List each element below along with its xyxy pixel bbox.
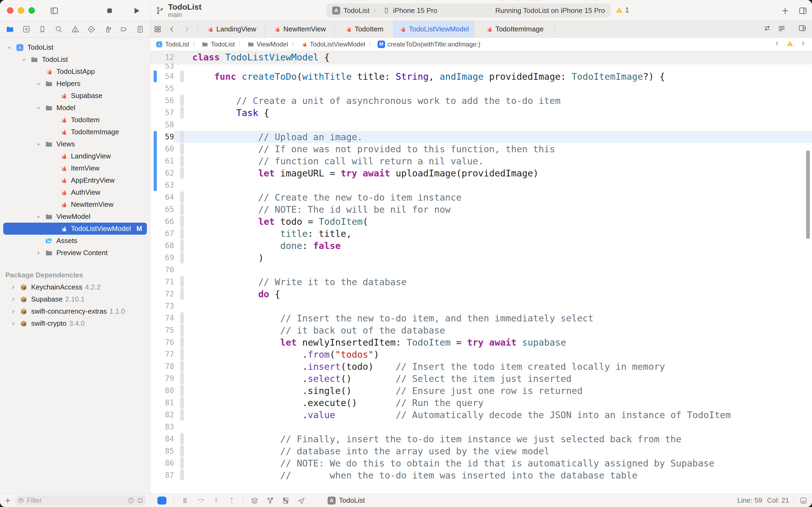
navigator-bookmarks[interactable] (37, 24, 48, 35)
toggle-right-inspector-icon[interactable] (798, 5, 808, 16)
package-item-swift-concurrency-extras[interactable]: swift-concurrency-extras1.1.0 (3, 305, 147, 318)
code-line-73[interactable]: 73 (151, 300, 812, 312)
fold-ribbon[interactable] (174, 95, 190, 107)
fold-ribbon[interactable] (174, 203, 190, 215)
code-line-61[interactable]: 61 // function call will return a nil va… (151, 155, 812, 167)
fold-ribbon[interactable] (174, 385, 190, 397)
code-line-63[interactable]: 63 (151, 179, 812, 191)
code-line-60[interactable]: 60 // If one was not provided to this fu… (151, 143, 812, 155)
sidebar-item-itemview[interactable]: ItemView (3, 162, 147, 174)
tab-overview-grid-icon[interactable] (151, 21, 165, 37)
navigator-tests[interactable] (86, 24, 97, 35)
view-hierarchy-button[interactable] (250, 496, 259, 505)
fold-ribbon[interactable] (174, 409, 190, 421)
sticky-declaration-line[interactable]: 12 class TodoListViewModel { (151, 51, 812, 63)
sidebar-item-todolist[interactable]: TodoList (3, 53, 147, 65)
fold-ribbon[interactable] (174, 276, 190, 288)
fold-ribbon[interactable] (174, 63, 190, 70)
go-back-icon[interactable] (165, 21, 179, 37)
code-line-69[interactable]: 69 ) (151, 251, 812, 264)
step-out-button[interactable] (227, 496, 236, 505)
editor-only-mode-icon[interactable] (799, 496, 808, 505)
editor-scrollbar[interactable] (806, 150, 810, 239)
code-line-83[interactable]: 83 (151, 421, 812, 433)
tab-todolistviewmodel[interactable]: TodoListViewModel (394, 21, 474, 37)
environment-overrides-button[interactable] (281, 496, 290, 505)
fold-ribbon[interactable] (174, 70, 190, 82)
tab-landingview[interactable]: LandingView (197, 21, 265, 37)
code-line-86[interactable]: 86 // NOTE: We do this to obtain the id … (151, 457, 812, 469)
code-line-71[interactable]: 71 // Write it to the database (151, 276, 812, 288)
filter-input[interactable] (27, 497, 125, 504)
code-line-64[interactable]: 64 // Create the new to-do item instance (151, 191, 812, 203)
fold-ribbon[interactable] (174, 239, 190, 251)
fold-ribbon[interactable] (174, 107, 190, 119)
code-line-66[interactable]: 66 let todo = TodoItem( (151, 215, 812, 227)
recent-files-clock-icon[interactable] (127, 497, 134, 504)
disclosure-chevron-icon[interactable] (33, 105, 44, 111)
sidebar-item-landingview[interactable]: LandingView (3, 150, 147, 162)
add-editor-plus-icon[interactable] (780, 5, 791, 16)
code-line-79[interactable]: 79 .select() // Select the item just ins… (151, 373, 812, 385)
adjust-editor-options-icon[interactable] (777, 24, 786, 35)
code-line-58[interactable]: 58 (151, 119, 812, 131)
fold-ribbon[interactable] (174, 227, 190, 239)
filter-field[interactable] (15, 496, 147, 505)
close-window-button[interactable] (7, 7, 13, 14)
sidebar-item-authview[interactable]: AuthView (3, 186, 147, 199)
source-control-status-filter-icon[interactable] (137, 497, 144, 504)
sidebar-item-supabase[interactable]: Supabase (3, 90, 147, 102)
fold-ribbon[interactable] (174, 131, 190, 143)
navigator-source-control[interactable] (21, 24, 32, 35)
fold-ribbon[interactable] (174, 324, 190, 336)
breadcrumb-item[interactable]: ViewModel (247, 41, 288, 48)
fold-ribbon[interactable] (174, 445, 190, 457)
code-line-68[interactable]: 68 done: false (151, 239, 812, 251)
fold-ribbon[interactable] (174, 179, 190, 191)
project-status-block[interactable]: TodoList main (155, 3, 201, 18)
next-issue-icon[interactable] (799, 40, 807, 49)
toggle-left-sidebar-icon[interactable] (49, 5, 60, 16)
navigator-project[interactable] (5, 24, 15, 35)
fold-ribbon[interactable] (174, 288, 190, 300)
fold-ribbon[interactable] (174, 433, 190, 445)
sidebar-item-preview-content[interactable]: Preview Content (3, 247, 147, 259)
fold-ribbon[interactable] (174, 397, 190, 409)
fold-ribbon[interactable] (174, 251, 190, 264)
sidebar-item-model[interactable]: Model (3, 102, 147, 114)
sidebar-item-todolistviewmodel[interactable]: TodoListViewModelM (3, 223, 147, 235)
breadcrumb-item[interactable]: McreateToDo(withTitle:andImage:) (378, 41, 480, 48)
code-line-53[interactable]: 53 (151, 63, 812, 70)
fold-ribbon[interactable] (174, 469, 190, 480)
fold-ribbon[interactable] (174, 421, 190, 433)
minimize-window-button[interactable] (18, 7, 24, 14)
running-process-chip[interactable]: A TodoList (328, 496, 365, 505)
navigator-find[interactable] (54, 24, 64, 35)
memory-graph-button[interactable] (266, 496, 275, 505)
disclosure-chevron-icon[interactable] (8, 297, 18, 302)
step-over-button[interactable] (196, 496, 205, 505)
fold-ribbon[interactable] (174, 336, 190, 348)
code-line-80[interactable]: 80 .single() // Ensure just one row is r… (151, 385, 812, 397)
navigator-breakpoints[interactable] (119, 24, 129, 35)
warning-counter[interactable]: 1 (616, 6, 629, 14)
code-line-55[interactable]: 55 (151, 82, 812, 95)
fold-ribbon[interactable] (174, 119, 190, 131)
fold-ribbon[interactable] (174, 215, 190, 227)
fold-ribbon[interactable] (174, 312, 190, 324)
fold-ribbon[interactable] (174, 82, 190, 95)
code-line-67[interactable]: 67 title: title, (151, 227, 812, 239)
sidebar-item-views[interactable]: Views (3, 138, 147, 150)
fold-ribbon[interactable] (174, 300, 190, 312)
code-line-81[interactable]: 81 .execute() // Run the query (151, 397, 812, 409)
disclosure-chevron-icon[interactable] (8, 321, 18, 326)
disclosure-chevron-icon[interactable] (4, 45, 14, 50)
simulate-location-button[interactable] (297, 496, 305, 505)
code-line-70[interactable]: 70 (151, 264, 812, 276)
package-item-supabase[interactable]: Supabase2.10.1 (3, 293, 147, 305)
disclosure-chevron-icon[interactable] (8, 285, 18, 290)
fold-ribbon[interactable] (174, 167, 190, 179)
sidebar-item-todolist[interactable]: ATodoList (3, 41, 147, 53)
source-editor[interactable]: 12 class TodoListViewModel { 53 54 func … (151, 51, 812, 480)
code-line-87[interactable]: 87 // when the to-do item was inserted i… (151, 469, 812, 480)
